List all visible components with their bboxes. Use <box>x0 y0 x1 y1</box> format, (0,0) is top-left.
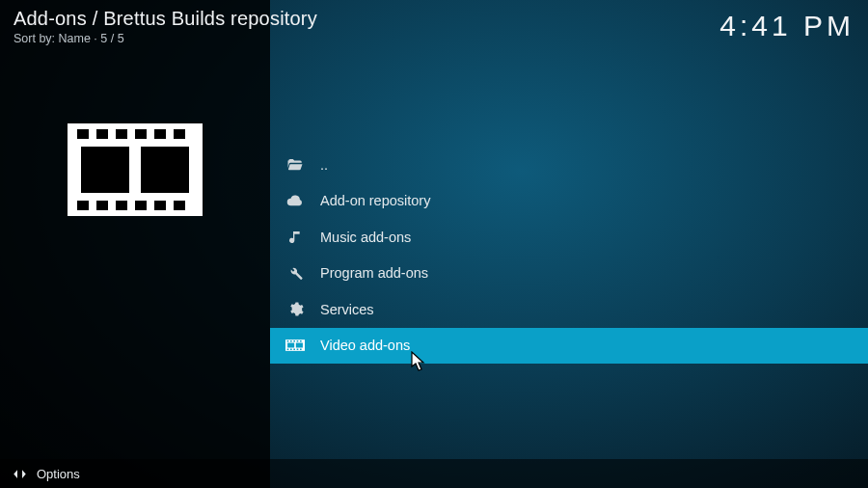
svg-rect-7 <box>77 201 89 210</box>
list-item-label: Add-on repository <box>320 193 430 208</box>
svg-rect-2 <box>96 129 108 139</box>
svg-rect-16 <box>287 340 289 342</box>
music-icon <box>285 228 305 247</box>
footer-bar: Options <box>0 459 868 488</box>
svg-rect-17 <box>290 340 292 342</box>
category-film-icon <box>68 123 203 216</box>
svg-rect-12 <box>174 201 185 210</box>
svg-rect-8 <box>96 201 108 210</box>
svg-rect-21 <box>287 349 289 351</box>
list-item-music-addons[interactable]: Music add-ons <box>270 219 868 256</box>
list-item-video-addons[interactable]: Video add-ons <box>270 328 868 365</box>
list-item-label: .. <box>320 157 328 173</box>
list-item-label: Music add-ons <box>320 230 411 245</box>
svg-rect-26 <box>287 343 294 348</box>
list-item-up[interactable]: .. <box>270 147 868 183</box>
svg-rect-14 <box>141 147 189 193</box>
svg-rect-10 <box>135 201 147 210</box>
options-label[interactable]: Options <box>37 467 80 481</box>
list-item-services[interactable]: Services <box>270 291 868 328</box>
svg-rect-20 <box>300 340 302 342</box>
svg-rect-27 <box>296 343 303 348</box>
cloud-icon <box>285 191 305 210</box>
svg-rect-13 <box>81 147 129 193</box>
sidebar-panel <box>0 0 270 488</box>
list-item-label: Program add-ons <box>320 265 428 281</box>
svg-rect-19 <box>297 340 299 342</box>
clock: 4:41 PM <box>719 10 854 42</box>
gear-icon <box>285 300 305 319</box>
svg-rect-4 <box>135 129 147 139</box>
svg-rect-5 <box>154 129 166 139</box>
svg-rect-3 <box>116 129 127 139</box>
tools-icon <box>285 263 305 283</box>
svg-rect-24 <box>297 349 299 351</box>
header: Add-ons / Brettus Builds repository Sort… <box>14 8 854 45</box>
addon-category-list: .. Add-on repository Music add-ons Progr… <box>270 147 868 364</box>
folder-open-icon <box>285 155 305 175</box>
page-title: Add-ons / Brettus Builds repository <box>14 8 317 30</box>
svg-rect-18 <box>293 340 295 342</box>
list-item-addon-repository[interactable]: Add-on repository <box>270 183 868 220</box>
list-item-label: Video add-ons <box>320 338 410 353</box>
film-icon <box>285 336 305 355</box>
svg-rect-23 <box>293 349 295 351</box>
sort-indicator[interactable]: Sort by: Name · 5 / 5 <box>14 32 317 45</box>
svg-rect-11 <box>154 201 166 210</box>
svg-rect-1 <box>77 129 89 139</box>
list-item-program-addons[interactable]: Program add-ons <box>270 256 868 292</box>
svg-rect-22 <box>290 349 292 351</box>
svg-rect-9 <box>116 201 127 210</box>
svg-rect-25 <box>300 349 302 351</box>
list-item-label: Services <box>320 302 374 317</box>
svg-rect-6 <box>174 129 185 139</box>
options-icon[interactable] <box>12 466 27 481</box>
